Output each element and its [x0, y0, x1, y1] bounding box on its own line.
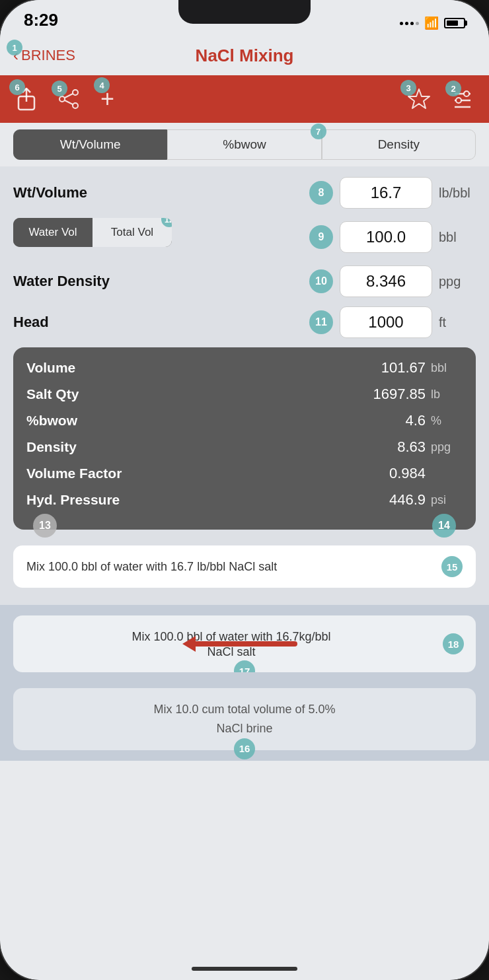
back-label: BRINES [21, 47, 75, 64]
social-badge: 5 [52, 81, 67, 96]
wt-volume-input[interactable]: 16.7 [340, 177, 432, 209]
svg-point-2 [73, 90, 78, 95]
tab-wt-volume-label: Wt/Volume [60, 137, 121, 152]
result-volume-row: Volume 101.67 bbl [26, 359, 463, 376]
head-row: Head 11 1000 ft [13, 306, 476, 338]
water-density-badge: 10 [309, 269, 333, 293]
result-bwow-value: 4.6 [366, 412, 426, 429]
favorite-button[interactable]: 3 [407, 88, 431, 110]
head-unit: ft [439, 315, 476, 330]
volume-row: Water Vol Total Vol 12 9 100.0 bbl [13, 218, 476, 256]
add-button[interactable]: 4 + [100, 85, 114, 113]
notch [178, 0, 311, 24]
settings-button[interactable]: 2 [452, 88, 473, 110]
social-button[interactable]: 5 [58, 88, 79, 110]
add-badge: 4 [94, 77, 110, 93]
tab-bwow[interactable]: 7 %bwow [167, 129, 321, 160]
result-pressure-label: Hyd. Pressure [26, 492, 366, 508]
lower-section: Mix 100.0 bbl of water with 16.7kg/bbl N… [0, 605, 489, 761]
share-badge: 6 [9, 79, 25, 95]
nav-bar: 1 ‹ BRINES NaCl Mixing [0, 36, 489, 75]
secondary-card-badge: 16 [234, 738, 255, 759]
summary-text: Mix 100.0 bbl of water with 16.7 lb/bbl … [26, 560, 435, 574]
secondary-card-text: Mix 10.0 cum total volume of 5.0%NaCl br… [26, 700, 463, 738]
toolbar-left: 6 5 [16, 85, 114, 113]
water-density-input[interactable]: 8.346 [340, 265, 432, 297]
head-input[interactable]: 1000 [340, 306, 432, 338]
summary-badge: 15 [441, 556, 463, 577]
result-vf-label: Volume Factor [26, 466, 366, 481]
wifi-icon: 📶 [424, 16, 439, 30]
battery-icon [444, 18, 465, 28]
page-title: NaCl Mixing [196, 46, 294, 66]
tab-bar: Wt/Volume 7 %bwow Density [0, 123, 489, 166]
svg-point-9 [464, 91, 469, 96]
share-button[interactable]: 6 [16, 87, 37, 111]
result-volume-unit: bbl [431, 361, 463, 375]
content-area: Wt/Volume 8 16.7 lb/bbl Water Vol Total … [0, 166, 489, 605]
signal-icon [400, 22, 419, 25]
phone-frame: 8:29 📶 1 ‹ BRINES NaCl Mix [0, 0, 489, 980]
result-volume-value: 101.67 [366, 359, 426, 376]
home-indicator [192, 967, 297, 971]
result-bwow-row: %bwow 4.6 % [26, 412, 463, 429]
water-density-unit: ppg [439, 274, 476, 289]
tab-bwow-badge: 7 [311, 123, 326, 139]
wt-volume-unit: lb/bbl [439, 186, 476, 201]
toolbar: 6 5 [0, 75, 489, 123]
result-salt-label: Salt Qty [26, 386, 366, 402]
head-label: Head [13, 314, 309, 331]
swipe-arrow-badge-17: 17 [234, 660, 255, 672]
wt-volume-label: Wt/Volume [13, 184, 309, 201]
svg-point-11 [456, 98, 461, 103]
phone-screen: 8:29 📶 1 ‹ BRINES NaCl Mix [0, 0, 489, 980]
vol-toggle[interactable]: Water Vol Total Vol 12 [13, 218, 172, 247]
settings-badge: 2 [445, 81, 461, 96]
tab-density-label: Density [378, 137, 420, 152]
result-density-value: 8.63 [366, 438, 426, 456]
wt-volume-badge: 8 [309, 181, 333, 205]
swipe-card-text-bottom: NaCl salt [26, 645, 436, 659]
result-salt-unit: lb [431, 388, 463, 402]
head-badge: 11 [309, 310, 333, 334]
toolbar-right: 3 2 [407, 88, 473, 110]
result-vf-row: Volume Factor 0.984 [26, 465, 463, 482]
results-badge-right: 14 [432, 514, 456, 538]
status-time: 8:29 [24, 10, 58, 30]
result-vf-value: 0.984 [366, 465, 426, 482]
svg-point-4 [73, 103, 78, 108]
star-badge: 3 [400, 80, 416, 96]
wt-volume-row: Wt/Volume 8 16.7 lb/bbl [13, 177, 476, 209]
summary-box: Mix 100.0 bbl of water with 16.7 lb/bbl … [13, 545, 476, 588]
svg-line-5 [65, 94, 73, 98]
back-button[interactable]: 1 ‹ BRINES [13, 46, 75, 65]
water-density-label: Water Density [13, 273, 309, 290]
water-vol-label: Water Vol [28, 226, 77, 239]
volume-badge: 9 [309, 225, 333, 249]
result-pressure-value: 446.9 [366, 491, 426, 508]
volume-input[interactable]: 100.0 [340, 221, 432, 253]
results-box: Volume 101.67 bbl Salt Qty 1697.85 lb %b… [13, 347, 476, 530]
swipe-badge-18: 18 [443, 633, 464, 654]
result-salt-row: Salt Qty 1697.85 lb [26, 386, 463, 403]
back-badge: 1 [7, 40, 22, 55]
water-density-row: Water Density 10 8.346 ppg [13, 265, 476, 297]
result-bwow-label: %bwow [26, 413, 366, 429]
volume-unit: bbl [439, 230, 476, 245]
tab-wt-volume[interactable]: Wt/Volume [13, 129, 167, 160]
svg-line-6 [65, 100, 73, 104]
result-volume-label: Volume [26, 360, 366, 376]
results-badge-left: 13 [33, 514, 57, 538]
svg-point-3 [59, 96, 65, 102]
status-icons: 📶 [400, 16, 465, 30]
result-bwow-unit: % [431, 414, 463, 428]
total-vol-button[interactable]: Total Vol [93, 218, 172, 247]
swipe-card-1[interactable]: Mix 100.0 bbl of water with 16.7kg/bbl N… [13, 615, 476, 672]
tab-density[interactable]: Density [322, 129, 476, 160]
result-pressure-row: Hyd. Pressure 446.9 psi [26, 491, 463, 508]
result-salt-value: 1697.85 [366, 386, 426, 403]
water-vol-button[interactable]: Water Vol [13, 218, 93, 247]
result-density-row: Density 8.63 ppg [26, 438, 463, 456]
tab-bwow-label: %bwow [223, 137, 266, 152]
result-density-label: Density [26, 439, 366, 455]
